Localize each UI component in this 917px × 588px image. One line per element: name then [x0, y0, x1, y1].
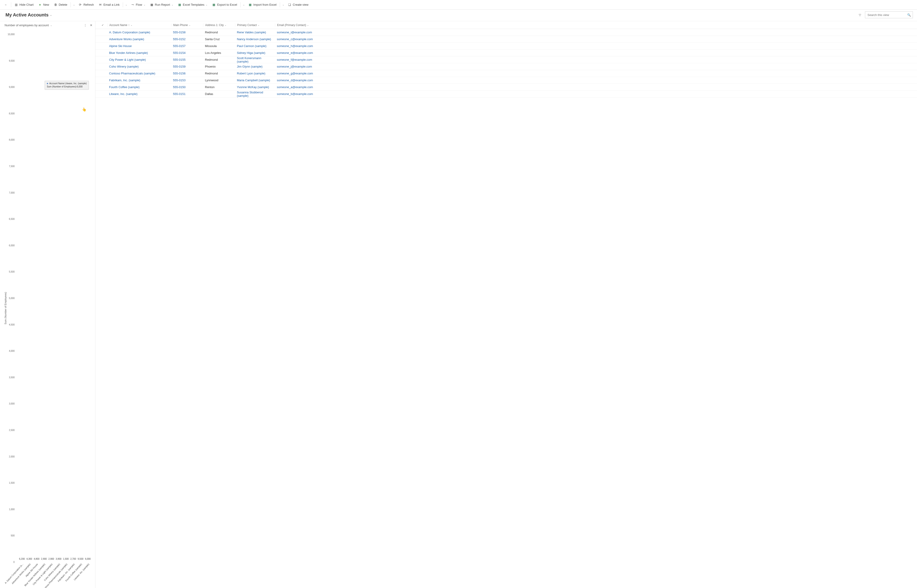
contact-link[interactable]: Rene Valdes (sample)	[237, 31, 266, 34]
email-chevron[interactable]: ⌄	[124, 1, 129, 8]
chart-selector[interactable]: Number of employees by account ⌄	[5, 24, 52, 27]
contact-link[interactable]: Paul Cannon (sample)	[237, 44, 266, 48]
table-row[interactable]: Adventure Works (sample)555-0152Santa Cr…	[95, 36, 917, 43]
account-name-link[interactable]: City Power & Light (sample)	[109, 58, 146, 61]
select-all-checkbox[interactable]: ✓	[98, 24, 107, 27]
filter-icon[interactable]: ▽	[858, 13, 862, 17]
table-row[interactable]: Litware, Inc. (sample)555-0151DallasSusa…	[95, 90, 917, 97]
phone-link[interactable]: 555-0150	[173, 86, 186, 89]
y-tick: 3,000	[0, 402, 16, 405]
account-name-link[interactable]: Fabrikam, Inc. (sample)	[109, 79, 140, 82]
table-row[interactable]: Contoso Pharmaceuticals (sample)555-0156…	[95, 70, 917, 77]
account-name-link[interactable]: Fourth Coffee (sample)	[109, 86, 139, 89]
col-header-email[interactable]: Email (Primary Contact) ⌄	[275, 24, 334, 27]
report-icon: ▦	[150, 3, 153, 6]
email-link[interactable]: someone_e@example.com	[277, 51, 313, 55]
account-name-link[interactable]: Contoso Pharmaceuticals (sample)	[109, 72, 155, 75]
hide-chart-button[interactable]: ▥Hide Chart	[12, 1, 36, 8]
table-row[interactable]: Fourth Coffee (sample)555-0150RentonYvon…	[95, 84, 917, 90]
chart-more-button[interactable]: ⋮	[84, 24, 87, 27]
email-link[interactable]: someone_f@example.com	[277, 58, 312, 61]
phone-link[interactable]: 555-0159	[173, 65, 186, 68]
contact-link[interactable]: Nancy Anderson (sample)	[237, 37, 271, 41]
table-row[interactable]: Alpine Ski House555-0157MissoulaPaul Can…	[95, 43, 917, 50]
refresh-button[interactable]: ⟳Refresh	[76, 1, 96, 8]
bar-value-label: 2,700	[70, 557, 76, 560]
email-link[interactable]: someone_c@example.com	[277, 37, 313, 41]
contact-link[interactable]: Susanna Stubberod (sample)	[237, 90, 263, 97]
col-header-city[interactable]: Address 1: City ⌄	[203, 24, 235, 27]
back-button[interactable]: ←	[2, 1, 10, 8]
contact-link[interactable]: Sidney Higa (sample)	[237, 51, 265, 55]
contact-link[interactable]: Robert Lyon (sample)	[237, 72, 265, 75]
email-link[interactable]: someone_a@example.com	[277, 86, 313, 89]
email-link[interactable]: someone_i@example.com	[277, 31, 312, 34]
phone-link[interactable]: 555-0151	[173, 92, 186, 95]
command-bar: ← ▥Hide Chart +New 🗑Delete ⌄ ⟳Refresh ✉E…	[0, 0, 917, 10]
email-link[interactable]: someone_b@example.com	[277, 92, 313, 95]
email-link-button[interactable]: ✉Email a Link	[96, 1, 122, 8]
excel-icon: ▦	[178, 3, 181, 6]
account-name-link[interactable]: Alpine Ski House	[109, 44, 132, 48]
contact-link[interactable]: Yvonne McKay (sample)	[237, 86, 269, 89]
table-row[interactable]: A. Datum Corporation (sample)555-0158Red…	[95, 29, 917, 36]
bar-value-label: 3,900	[56, 557, 61, 560]
phone-link[interactable]: 555-0156	[173, 72, 186, 75]
search-icon[interactable]: 🔍	[907, 13, 911, 17]
contact-link[interactable]: Jim Glynn (sample)	[237, 65, 262, 68]
city-cell: Santa Cruz	[203, 37, 235, 41]
account-name-link[interactable]: Litware, Inc. (sample)	[109, 92, 137, 95]
excel-templates-button[interactable]: ▦Excel Templates⌄	[176, 1, 210, 8]
create-view-button[interactable]: ❏Create view	[286, 1, 311, 8]
table-row[interactable]: Fabrikam, Inc. (sample)555-0153LynnwoodM…	[95, 77, 917, 84]
search-input[interactable]	[867, 13, 904, 17]
col-header-account-name[interactable]: Account Name ↑ ⌄	[107, 24, 171, 27]
import-excel-button[interactable]: ▦Import from Excel	[246, 1, 279, 8]
account-name-link[interactable]: A. Datum Corporation (sample)	[109, 31, 150, 34]
email-link[interactable]: someone_g@example.com	[277, 72, 313, 75]
delete-chevron[interactable]: ⌄	[72, 1, 76, 8]
table-row[interactable]: Blue Yonder Airlines (sample)555-0154Los…	[95, 50, 917, 57]
email-link[interactable]: someone_h@example.com	[277, 44, 313, 48]
bar-slot: 3,900	[55, 557, 62, 561]
view-selector[interactable]: My Active Accounts ⌄	[5, 12, 52, 18]
email-link[interactable]: someone_j@example.com	[277, 65, 312, 68]
export-excel-button[interactable]: ▦Export to Excel	[210, 1, 239, 8]
phone-link[interactable]: 555-0155	[173, 58, 186, 61]
contact-link[interactable]: Maria Campbell (sample)	[237, 79, 270, 82]
delete-button[interactable]: 🗑Delete	[52, 1, 69, 8]
chevron-down-icon: ⌄	[307, 24, 309, 26]
new-button[interactable]: +New	[36, 1, 52, 8]
bar-slot: 4,300	[26, 557, 33, 561]
phone-link[interactable]: 555-0157	[173, 44, 186, 48]
chart-body: Sum (Number of Employees) 05001,0001,500…	[0, 28, 95, 588]
phone-link[interactable]: 555-0153	[173, 79, 186, 82]
export-chevron[interactable]: ⌄	[241, 1, 246, 8]
bar-slot: 2,900	[40, 557, 47, 561]
sort-asc-icon: ↑	[128, 24, 130, 27]
email-link[interactable]: someone_d@example.com	[277, 79, 313, 82]
phone-link[interactable]: 555-0154	[173, 51, 186, 55]
bar-slot: 6,200	[18, 557, 26, 561]
run-report-button[interactable]: ▦Run Report⌄	[148, 1, 176, 8]
phone-link[interactable]: 555-0152	[173, 37, 186, 41]
col-header-primary-contact[interactable]: Primary Contact ⌄	[235, 24, 275, 27]
bar-value-label: 9,500	[77, 557, 83, 560]
y-tick: 0	[0, 561, 16, 563]
y-tick: 8,000	[0, 139, 16, 141]
grid-body[interactable]: A. Datum Corporation (sample)555-0158Red…	[95, 29, 917, 588]
table-row[interactable]: Coho Winery (sample)555-0159PhoenixJim G…	[95, 63, 917, 70]
y-tick: 9,000	[0, 86, 16, 88]
import-chevron[interactable]: ⌄	[281, 1, 286, 8]
phone-link[interactable]: 555-0158	[173, 31, 186, 34]
account-name-link[interactable]: Adventure Works (sample)	[109, 37, 144, 41]
y-tick: 6,000	[0, 244, 16, 247]
account-name-link[interactable]: Blue Yonder Airlines (sample)	[109, 51, 148, 55]
bar-slot: 4,800	[33, 557, 40, 561]
flow-button[interactable]: ⤳Flow⌄	[129, 1, 147, 8]
table-row[interactable]: City Power & Light (sample)555-0155Redmo…	[95, 57, 917, 63]
col-header-main-phone[interactable]: Main Phone ⌄	[171, 24, 203, 27]
chart-close-button[interactable]: ✕	[90, 24, 92, 27]
account-name-link[interactable]: Coho Winery (sample)	[109, 65, 139, 68]
contact-link[interactable]: Scott Konersmann (sample)	[237, 57, 261, 63]
